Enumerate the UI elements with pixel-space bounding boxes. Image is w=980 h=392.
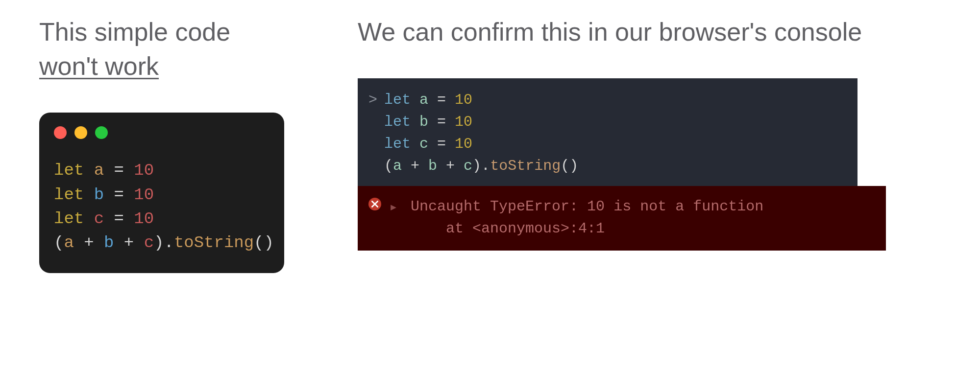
expand-caret-icon[interactable]: ▸: [389, 197, 398, 219]
error-line-1: Uncaught TypeError: 10 is not a function: [411, 198, 763, 215]
error-line-2: at <anonymous>:4:1: [411, 220, 605, 237]
method-name: toString: [490, 158, 561, 174]
punctuation: (: [384, 158, 393, 174]
method-name: toString: [174, 233, 254, 252]
operator-equals: =: [114, 209, 123, 228]
punctuation: .: [481, 158, 490, 174]
left-column: This simple code won't work let a = 10 l…: [39, 15, 274, 273]
console-row: > let a = 10 let b = 10 let c = 10 (a + …: [368, 89, 847, 177]
operator-equals: =: [437, 136, 446, 152]
identifier-c: c: [419, 136, 428, 152]
code-editor-window: let a = 10 let b = 10 let c = 10 (a + b …: [39, 113, 284, 273]
identifier-a: a: [393, 158, 402, 174]
keyword-let: let: [384, 136, 411, 152]
number-literal: 10: [455, 92, 472, 108]
console-code: let a = 10 let b = 10 let c = 10 (a + b …: [384, 89, 578, 177]
error-icon: [368, 198, 381, 210]
identifier-b: b: [428, 158, 437, 174]
operator-equals: =: [437, 92, 446, 108]
editor-code-block: let a = 10 let b = 10 let c = 10 (a + b …: [54, 159, 270, 255]
number-literal: 10: [455, 114, 472, 130]
identifier-a: a: [94, 161, 104, 180]
keyword-let: let: [384, 92, 411, 108]
number-literal: 10: [134, 185, 154, 204]
keyword-let: let: [54, 209, 84, 228]
identifier-b: b: [419, 114, 428, 130]
operator-equals: =: [437, 114, 446, 130]
right-caption: We can confirm this in our browser's con…: [358, 15, 897, 49]
left-caption: This simple code won't work: [39, 15, 274, 83]
punctuation: .: [164, 233, 173, 252]
identifier-a: a: [419, 92, 428, 108]
operator-plus: +: [74, 233, 104, 252]
punctuation: ): [154, 233, 164, 252]
console-prompt-icon: >: [368, 89, 377, 111]
keyword-let: let: [54, 161, 84, 180]
operator-equals: =: [114, 185, 123, 204]
punctuation: (): [561, 158, 578, 174]
operator-equals: =: [114, 161, 123, 180]
identifier-b: b: [94, 185, 104, 204]
operator-plus: +: [114, 233, 144, 252]
identifier-c: c: [144, 233, 154, 252]
operator-plus: +: [402, 158, 428, 174]
operator-plus: +: [437, 158, 464, 174]
right-column: We can confirm this in our browser's con…: [358, 15, 897, 251]
number-literal: 10: [455, 136, 472, 152]
identifier-a: a: [64, 233, 74, 252]
window-traffic-lights: [54, 126, 270, 139]
keyword-let: let: [384, 114, 411, 130]
caption-text-line1: This simple code: [39, 18, 230, 46]
number-literal: 10: [134, 209, 154, 228]
console-input-block: > let a = 10 let b = 10 let c = 10 (a + …: [358, 78, 858, 186]
error-message: Uncaught TypeError: 10 is not a function…: [411, 196, 763, 240]
caption-text: We can confirm this in our browser's con…: [358, 18, 862, 46]
caption-text-line2-underlined: won't work: [39, 52, 159, 80]
identifier-c: c: [94, 209, 104, 228]
identifier-c: c: [464, 158, 472, 174]
punctuation: (): [254, 233, 274, 252]
maximize-icon: [95, 126, 108, 139]
minimize-icon: [74, 126, 87, 139]
number-literal: 10: [134, 161, 154, 180]
punctuation: (: [54, 233, 64, 252]
keyword-let: let: [54, 185, 84, 204]
browser-console: > let a = 10 let b = 10 let c = 10 (a + …: [358, 78, 858, 251]
identifier-b: b: [104, 233, 114, 252]
close-icon: [54, 126, 67, 139]
punctuation: ): [472, 158, 481, 174]
console-error-block: ▸ Uncaught TypeError: 10 is not a functi…: [358, 186, 886, 251]
